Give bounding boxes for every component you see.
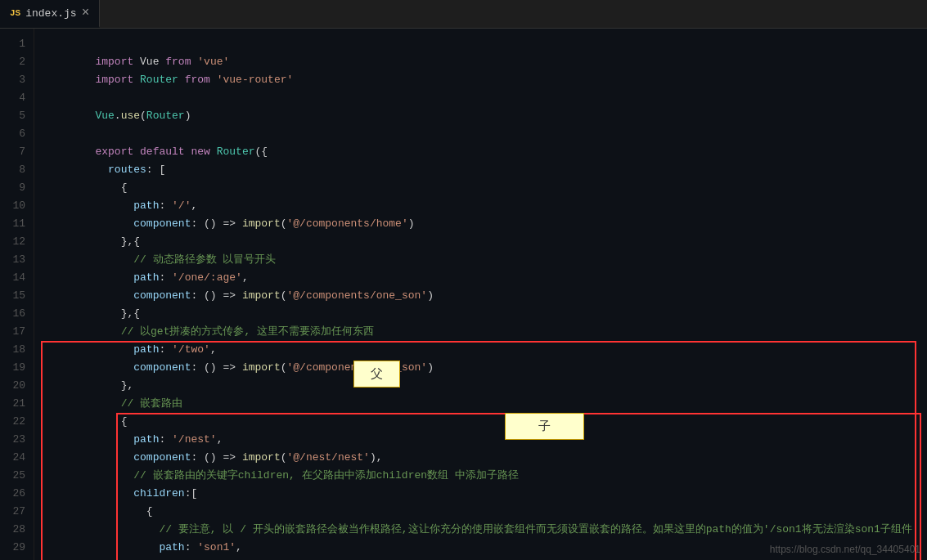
code-line-16: // 以get拼凑的方式传参, 这里不需要添加任何东西 xyxy=(34,305,927,323)
code-line-28: path: 'son1', xyxy=(34,521,927,539)
code-line-5 xyxy=(34,107,927,125)
line-num-21: 21 xyxy=(0,395,34,413)
line-num-2: 2 xyxy=(0,53,34,71)
code-line-3 xyxy=(34,71,927,89)
line-num-27: 27 xyxy=(0,503,34,521)
code-line-17: path: '/two', xyxy=(34,323,927,341)
tab-bar: JS index.js × xyxy=(0,0,927,29)
code-line-8: { xyxy=(34,161,927,179)
line-num-14: 14 xyxy=(0,269,34,287)
code-line-14: component: () => import('@/components/on… xyxy=(34,269,927,287)
code-line-22: path: '/nest', xyxy=(34,413,927,431)
editor: JS index.js × 1 2 3 4 5 6 7 8 9 10 11 12… xyxy=(0,0,927,560)
line-num-9: 9 xyxy=(0,179,34,197)
code-line-9: path: '/', xyxy=(34,179,927,197)
code-line-12: // 动态路径参数 以冒号开头 xyxy=(34,233,927,251)
code-line-7: routes: [ xyxy=(34,143,927,161)
js-icon: JS xyxy=(10,8,20,18)
line-num-4: 4 xyxy=(0,89,34,107)
code-line-11: },{ xyxy=(34,215,927,233)
line-num-26: 26 xyxy=(0,485,34,503)
line-numbers: 1 2 3 4 5 6 7 8 9 10 11 12 13 14 15 16 1… xyxy=(0,29,34,560)
line-num-8: 8 xyxy=(0,161,34,179)
code-line-30: }, xyxy=(34,557,927,560)
line-num-23: 23 xyxy=(0,431,34,449)
code-line-18: component: () => import('@/components/tw… xyxy=(34,341,927,359)
code-line-24: // 嵌套路由的关键字children, 在父路由中添加children数组 中… xyxy=(34,449,927,467)
line-num-22: 22 xyxy=(0,413,34,431)
code-line-4: Vue.use(Router) xyxy=(34,89,927,107)
line-num-10: 10 xyxy=(0,197,34,215)
line-num-6: 6 xyxy=(0,125,34,143)
line-num-13: 13 xyxy=(0,251,34,269)
code-line-20: // 嵌套路由 xyxy=(34,377,927,395)
code-line-10: component: () => import('@/components/ho… xyxy=(34,197,927,215)
code-area: 1 2 3 4 5 6 7 8 9 10 11 12 13 14 15 16 1… xyxy=(0,29,927,560)
line-num-29: 29 xyxy=(0,539,34,557)
line-num-7: 7 xyxy=(0,143,34,161)
line-num-30: 30 xyxy=(0,557,34,560)
line-num-1: 1 xyxy=(0,35,34,53)
code-line-19: }, xyxy=(34,359,927,377)
code-line-6: export default new Router({ xyxy=(34,125,927,143)
code-line-25: children:[ xyxy=(34,467,927,485)
line-num-19: 19 xyxy=(0,359,34,377)
line-num-25: 25 xyxy=(0,467,34,485)
code-line-1: import Vue from 'vue' xyxy=(34,35,927,53)
code-line-13: path: '/one/:age', xyxy=(34,251,927,269)
code-content[interactable]: import Vue from 'vue' import Router from… xyxy=(34,29,927,560)
line-num-24: 24 xyxy=(0,449,34,467)
line-num-3: 3 xyxy=(0,71,34,89)
watermark: https://blog.csdn.net/qq_34405401 xyxy=(770,544,920,555)
line-num-12: 12 xyxy=(0,233,34,251)
line-num-15: 15 xyxy=(0,287,34,305)
code-line-26: { xyxy=(34,485,927,503)
code-line-23: component: () => import('@/nest/nest'), xyxy=(34,431,927,449)
tab-filename: index.js xyxy=(25,7,76,20)
code-line-2: import Router from 'vue-router' xyxy=(34,53,927,71)
line-num-17: 17 xyxy=(0,323,34,341)
line-num-28: 28 xyxy=(0,521,34,539)
active-tab[interactable]: JS index.js × xyxy=(0,0,100,28)
tab-close-button[interactable]: × xyxy=(82,7,90,20)
line-num-16: 16 xyxy=(0,305,34,323)
line-num-20: 20 xyxy=(0,377,34,395)
code-line-15: },{ xyxy=(34,287,927,305)
code-line-21: { xyxy=(34,395,927,413)
line-num-5: 5 xyxy=(0,107,34,125)
code-line-27: // 要注意, 以 / 开头的嵌套路径会被当作根路径,这让你充分的使用嵌套组件而… xyxy=(34,503,927,521)
line-num-18: 18 xyxy=(0,341,34,359)
line-num-11: 11 xyxy=(0,215,34,233)
